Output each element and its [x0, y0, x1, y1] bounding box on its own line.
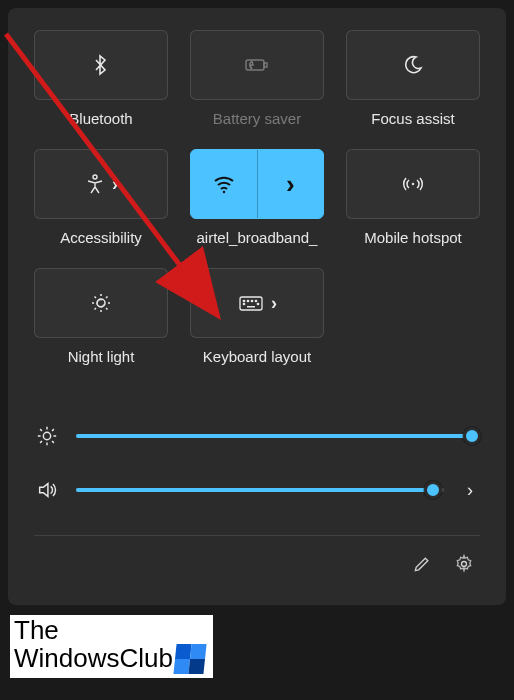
volume-slider[interactable] [76, 488, 444, 492]
volume-thumb[interactable] [424, 481, 442, 499]
svg-point-11 [243, 303, 244, 304]
svg-point-3 [223, 191, 225, 193]
wifi-toggle-area[interactable] [191, 150, 257, 218]
settings-button[interactable] [454, 554, 474, 574]
quick-settings-panel: Bluetooth Battery saver [8, 8, 506, 605]
battery-saver-tile [190, 30, 324, 100]
sliders-area: › [34, 409, 480, 517]
wifi-tile[interactable]: › [190, 149, 324, 219]
mobile-hotspot-label: Mobile hotspot [346, 229, 480, 246]
brightness-icon [34, 425, 60, 447]
brightness-thumb[interactable] [463, 427, 481, 445]
svg-point-15 [462, 561, 467, 566]
volume-icon [34, 479, 60, 501]
svg-rect-13 [247, 306, 255, 308]
svg-point-14 [43, 432, 50, 439]
chevron-right-icon: › [112, 174, 118, 195]
svg-rect-1 [264, 63, 267, 67]
battery-saver-label: Battery saver [190, 110, 324, 127]
brightness-row [34, 409, 480, 463]
svg-point-10 [255, 300, 256, 301]
night-light-label: Night light [34, 348, 168, 365]
svg-point-4 [412, 183, 414, 185]
bluetooth-icon [91, 53, 111, 77]
hotspot-icon [400, 174, 426, 194]
watermark: The WindowsClub [10, 615, 213, 678]
svg-point-7 [243, 300, 244, 301]
svg-point-8 [247, 300, 248, 301]
bottom-bar [34, 535, 480, 591]
svg-point-9 [251, 300, 252, 301]
watermark-line1: The [14, 617, 205, 644]
battery-saver-icon [242, 55, 272, 75]
keyboard-layout-tile[interactable]: › [190, 268, 324, 338]
accessibility-label: Accessibility [34, 229, 168, 246]
brightness-slider[interactable] [76, 434, 480, 438]
keyboard-layout-label: Keyboard layout [190, 348, 324, 365]
night-light-tile[interactable] [34, 268, 168, 338]
volume-row: › [34, 463, 480, 517]
focus-assist-label: Focus assist [346, 110, 480, 127]
bluetooth-label: Bluetooth [34, 110, 168, 127]
svg-point-12 [257, 303, 258, 304]
bluetooth-tile[interactable] [34, 30, 168, 100]
volume-flyout-button[interactable]: › [460, 480, 480, 501]
edit-button[interactable] [412, 554, 432, 574]
wifi-icon [212, 174, 236, 194]
svg-rect-0 [246, 60, 264, 70]
focus-assist-tile[interactable] [346, 30, 480, 100]
moon-icon [402, 54, 424, 76]
accessibility-tile[interactable]: › [34, 149, 168, 219]
night-light-icon [89, 291, 113, 315]
keyboard-icon [237, 293, 265, 313]
windows-logo-icon [173, 644, 206, 674]
tiles-grid: Bluetooth Battery saver [34, 30, 480, 379]
svg-point-2 [93, 175, 97, 179]
accessibility-icon [84, 173, 106, 195]
mobile-hotspot-tile[interactable] [346, 149, 480, 219]
watermark-line2: WindowsClub [14, 645, 173, 672]
wifi-label: airtel_broadband_ [190, 229, 324, 246]
chevron-right-icon: › [271, 293, 277, 314]
chevron-right-icon: › [286, 169, 295, 200]
wifi-flyout-button[interactable]: › [257, 150, 324, 218]
